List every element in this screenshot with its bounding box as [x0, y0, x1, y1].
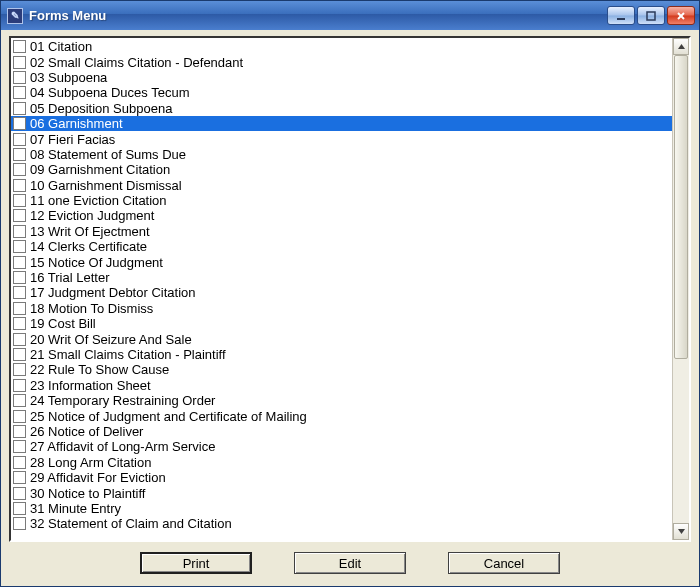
checkbox[interactable]	[13, 194, 26, 207]
list-item[interactable]: 10 Garnishment Dismissal	[11, 178, 672, 193]
checkbox[interactable]	[13, 487, 26, 500]
checkbox[interactable]	[13, 56, 26, 69]
list-item-label: 01 Citation	[30, 40, 92, 53]
list-item[interactable]: 15 Notice Of Judgment	[11, 254, 672, 269]
list-item-label: 06 Garnishment	[30, 117, 123, 130]
list-item[interactable]: 18 Motion To Dismiss	[11, 301, 672, 316]
list-item-label: 09 Garnishment Citation	[30, 163, 170, 176]
list-item[interactable]: 09 Garnishment Citation	[11, 162, 672, 177]
minimize-icon	[616, 11, 626, 21]
list-item[interactable]: 28 Long Arm Citation	[11, 455, 672, 470]
checkbox[interactable]	[13, 271, 26, 284]
list-item-label: 17 Judgment Debtor Citation	[30, 286, 195, 299]
list-item[interactable]: 02 Small Claims Citation - Defendant	[11, 54, 672, 69]
scroll-thumb[interactable]	[674, 55, 688, 359]
list-item[interactable]: 27 Affidavit of Long-Arm Service	[11, 439, 672, 454]
edit-button[interactable]: Edit	[294, 552, 406, 574]
vertical-scrollbar[interactable]	[672, 38, 689, 540]
window-buttons	[607, 6, 695, 25]
list-item[interactable]: 22 Rule To Show Cause	[11, 362, 672, 377]
list-item[interactable]: 31 Minute Entry	[11, 501, 672, 516]
list-item[interactable]: 21 Small Claims Citation - Plaintiff	[11, 347, 672, 362]
window-title: Forms Menu	[29, 8, 607, 23]
list-item[interactable]: 04 Subpoena Duces Tecum	[11, 85, 672, 100]
checkbox[interactable]	[13, 363, 26, 376]
list-item[interactable]: 30 Notice to Plaintiff	[11, 485, 672, 500]
checkbox[interactable]	[13, 286, 26, 299]
checkbox[interactable]	[13, 225, 26, 238]
scroll-track[interactable]	[673, 55, 689, 523]
list-item-label: 10 Garnishment Dismissal	[30, 179, 182, 192]
list-item[interactable]: 23 Information Sheet	[11, 378, 672, 393]
checkbox[interactable]	[13, 456, 26, 469]
checkbox[interactable]	[13, 471, 26, 484]
checkbox[interactable]	[13, 333, 26, 346]
checkbox[interactable]	[13, 240, 26, 253]
chevron-down-icon	[678, 529, 685, 534]
list-item[interactable]: 08 Statement of Sums Due	[11, 147, 672, 162]
list-item-label: 22 Rule To Show Cause	[30, 363, 169, 376]
scroll-down-button[interactable]	[673, 523, 689, 540]
forms-list[interactable]: 01 Citation02 Small Claims Citation - De…	[11, 38, 672, 540]
list-item-label: 05 Deposition Subpoena	[30, 102, 172, 115]
list-item[interactable]: 32 Statement of Claim and Citation	[11, 516, 672, 531]
list-item[interactable]: 25 Notice of Judgment and Certificate of…	[11, 408, 672, 423]
forms-list-container: 01 Citation02 Small Claims Citation - De…	[9, 36, 691, 542]
checkbox[interactable]	[13, 394, 26, 407]
maximize-button[interactable]	[637, 6, 665, 25]
minimize-button[interactable]	[607, 6, 635, 25]
checkbox[interactable]	[13, 148, 26, 161]
svg-rect-0	[617, 18, 625, 20]
list-item-label: 31 Minute Entry	[30, 502, 121, 515]
checkbox[interactable]	[13, 379, 26, 392]
list-item-label: 29 Affidavit For Eviction	[30, 471, 166, 484]
checkbox[interactable]	[13, 117, 26, 130]
close-button[interactable]	[667, 6, 695, 25]
checkbox[interactable]	[13, 502, 26, 515]
list-item[interactable]: 11 one Eviction Citation	[11, 193, 672, 208]
checkbox[interactable]	[13, 425, 26, 438]
list-item[interactable]: 24 Temporary Restraining Order	[11, 393, 672, 408]
list-item[interactable]: 19 Cost Bill	[11, 316, 672, 331]
checkbox[interactable]	[13, 179, 26, 192]
list-item-label: 26 Notice of Deliver	[30, 425, 143, 438]
list-item[interactable]: 03 Subpoena	[11, 70, 672, 85]
list-item-label: 32 Statement of Claim and Citation	[30, 517, 232, 530]
checkbox[interactable]	[13, 440, 26, 453]
list-item[interactable]: 14 Clerks Certificate	[11, 239, 672, 254]
list-item[interactable]: 17 Judgment Debtor Citation	[11, 285, 672, 300]
checkbox[interactable]	[13, 256, 26, 269]
checkbox[interactable]	[13, 209, 26, 222]
titlebar: ✎ Forms Menu	[1, 1, 699, 30]
list-item[interactable]: 20 Writ Of Seizure And Sale	[11, 331, 672, 346]
checkbox[interactable]	[13, 348, 26, 361]
list-item[interactable]: 05 Deposition Subpoena	[11, 101, 672, 116]
checkbox[interactable]	[13, 86, 26, 99]
checkbox[interactable]	[13, 317, 26, 330]
cancel-button[interactable]: Cancel	[448, 552, 560, 574]
checkbox[interactable]	[13, 163, 26, 176]
checkbox[interactable]	[13, 302, 26, 315]
svg-rect-1	[647, 12, 655, 20]
list-item[interactable]: 13 Writ Of Ejectment	[11, 224, 672, 239]
checkbox[interactable]	[13, 40, 26, 53]
checkbox[interactable]	[13, 102, 26, 115]
list-item-label: 20 Writ Of Seizure And Sale	[30, 333, 192, 346]
list-item[interactable]: 29 Affidavit For Eviction	[11, 470, 672, 485]
checkbox[interactable]	[13, 71, 26, 84]
scroll-up-button[interactable]	[673, 38, 689, 55]
list-item[interactable]: 01 Citation	[11, 39, 672, 54]
print-button[interactable]: Print	[140, 552, 252, 574]
checkbox[interactable]	[13, 133, 26, 146]
checkbox[interactable]	[13, 410, 26, 423]
list-item-label: 16 Trial Letter	[30, 271, 110, 284]
svg-marker-4	[678, 44, 685, 49]
list-item[interactable]: 07 Fieri Facias	[11, 131, 672, 146]
list-item[interactable]: 06 Garnishment	[11, 116, 672, 131]
list-item[interactable]: 16 Trial Letter	[11, 270, 672, 285]
list-item-label: 30 Notice to Plaintiff	[30, 487, 145, 500]
list-item-label: 21 Small Claims Citation - Plaintiff	[30, 348, 226, 361]
checkbox[interactable]	[13, 517, 26, 530]
list-item[interactable]: 26 Notice of Deliver	[11, 424, 672, 439]
list-item[interactable]: 12 Eviction Judgment	[11, 208, 672, 223]
